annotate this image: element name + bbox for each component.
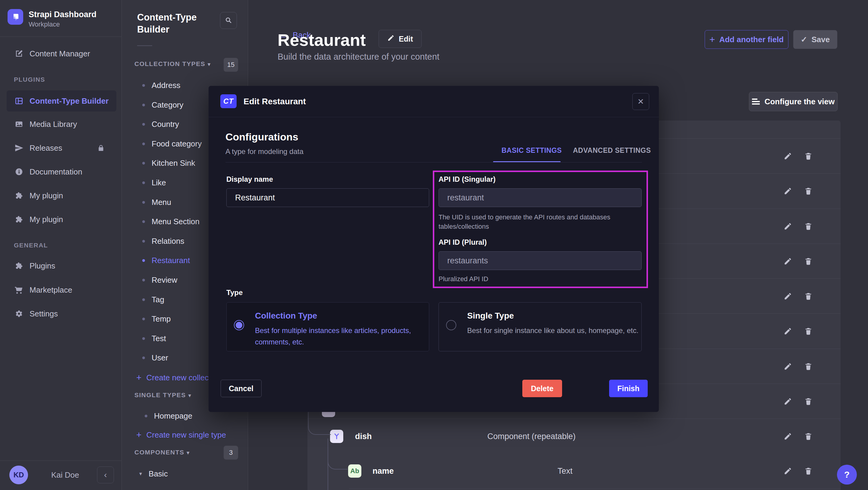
feather-pen-icon [14, 49, 24, 59]
general-section-label: GENERAL [14, 242, 48, 249]
sidebar-item-releases[interactable]: Releases [0, 138, 122, 158]
chevron-down-icon: ▾ [139, 470, 142, 477]
collection-type-title: Collection Type [255, 311, 317, 320]
sidebar-item-my-plugin-1[interactable]: My plugin [0, 186, 122, 205]
table-row-name: Ab name Text [307, 454, 841, 489]
radio-unselected[interactable] [446, 320, 456, 330]
collection-types-count: 15 [224, 58, 238, 72]
close-modal-button[interactable]: ✕ [632, 93, 649, 110]
sidebar-item-plugins[interactable]: Plugins [0, 256, 122, 275]
user-name: Kai Doe [51, 470, 79, 480]
edit-field-button[interactable] [782, 466, 793, 477]
sidebar-item-label: Content Manager [30, 49, 90, 58]
edit-field-button[interactable] [782, 186, 793, 196]
chevron-left-icon: ‹ [104, 470, 107, 480]
collapse-sidebar-button[interactable]: ‹ [97, 466, 114, 483]
configurations-heading: Configurations [225, 131, 299, 143]
edit-label: Edit [399, 35, 413, 43]
components-count: 3 [224, 446, 238, 460]
plus-icon: + [710, 34, 715, 45]
help-button[interactable]: ? [837, 465, 857, 485]
delete-field-button[interactable] [803, 291, 814, 302]
subnav-title: Content-Type Builder [137, 11, 210, 36]
delete-button[interactable]: Delete [522, 380, 562, 397]
strapi-app: ← Back Restaurant Edit Build the data ar… [0, 0, 868, 490]
components-group-label[interactable]: COMPONENTS▾ [134, 449, 190, 456]
close-icon: ✕ [638, 97, 644, 106]
api-id-singular-input[interactable]: restaurant [438, 188, 642, 207]
delete-field-button[interactable] [803, 256, 814, 267]
delete-field-button[interactable] [803, 431, 814, 442]
info-icon [14, 167, 24, 177]
edit-field-button[interactable] [782, 326, 793, 337]
puzzle-icon [14, 261, 24, 271]
api-id-plural-help: Pluralized API ID [438, 274, 488, 283]
delete-field-button[interactable] [803, 221, 814, 232]
component-type-badge [330, 430, 343, 443]
sidebar-item-label: Media Library [30, 120, 77, 129]
plugins-section-label: PLUGINS [14, 76, 45, 83]
delete-field-button[interactable] [803, 186, 814, 196]
sidebar-item-marketplace[interactable]: Marketplace [0, 280, 122, 300]
sidebar-item-settings[interactable]: Settings [0, 304, 122, 323]
collection-types-group-label[interactable]: COLLECTION TYPES▾ [134, 60, 211, 67]
type-label: Type [226, 288, 243, 297]
create-single-type-link[interactable]: + Create new single type [122, 428, 226, 442]
sidebar-item-my-plugin-2[interactable]: My plugin [0, 210, 122, 229]
sidebar-item-documentation[interactable]: Documentation [0, 162, 122, 181]
sidebar-item-content-manager[interactable]: Content Manager [0, 44, 122, 63]
edit-field-button[interactable] [782, 361, 793, 372]
delete-field-button[interactable] [803, 466, 814, 477]
divider [137, 45, 152, 46]
edit-field-button[interactable] [782, 431, 793, 442]
sidebar-item-label: Documentation [30, 167, 82, 177]
field-name: name [373, 454, 394, 489]
sidebar-item-label: Plugins [30, 261, 55, 271]
content-type-badge: CT [220, 94, 237, 108]
configure-view-label: Configure the view [765, 97, 835, 106]
app-title: Strapi Dashboard [29, 10, 96, 19]
tab-advanced-settings[interactable]: ADVANCED SETTINGS [571, 146, 653, 155]
single-types-group-label[interactable]: SINGLE TYPES▾ [134, 392, 191, 399]
sidebar-item-media-library[interactable]: Media Library [0, 115, 122, 134]
radio-selected[interactable] [234, 320, 244, 330]
check-icon: ✓ [801, 35, 807, 44]
edit-field-button[interactable] [782, 396, 793, 407]
modal-title: Edit Restaurant [244, 97, 306, 106]
display-name-input[interactable]: Restaurant [226, 188, 429, 207]
sidebar-item-content-type-builder[interactable]: Content-Type Builder [0, 91, 122, 111]
strapi-logo[interactable] [7, 9, 23, 25]
single-type-option[interactable]: Single Type Best for single instance lik… [438, 302, 642, 351]
edit-field-button[interactable] [782, 291, 793, 302]
save-button[interactable]: ✓ Save [793, 30, 837, 49]
subnav-group-basic[interactable]: ▾ Basic [122, 464, 248, 483]
edit-button[interactable]: Edit [378, 30, 422, 48]
pencil-icon [387, 34, 395, 43]
delete-field-button[interactable] [803, 361, 814, 372]
sidebar-item-label: My plugin [30, 215, 63, 224]
sidebar-item-label: Settings [30, 309, 58, 318]
user-avatar[interactable]: KD [9, 466, 28, 484]
delete-field-button[interactable] [803, 151, 814, 161]
edit-field-button[interactable] [782, 221, 793, 232]
field-name: dish [355, 419, 372, 454]
edit-field-button[interactable] [782, 256, 793, 267]
api-id-plural-input[interactable]: restaurants [438, 251, 642, 270]
delete-field-button[interactable] [803, 396, 814, 407]
tree-connector [328, 447, 347, 469]
tab-basic-settings[interactable]: BASIC SETTINGS [500, 146, 564, 155]
cancel-button[interactable]: Cancel [221, 380, 261, 397]
configure-view-button[interactable]: Configure the view [749, 92, 838, 111]
paper-plane-icon [14, 143, 24, 153]
edit-field-button[interactable] [782, 151, 793, 161]
divider [0, 36, 122, 37]
api-id-singular-label: API ID (Singular) [438, 175, 495, 184]
page-subtitle: Build the data architecture of your cont… [278, 52, 439, 62]
finish-button[interactable]: Finish [609, 380, 648, 397]
add-another-field-button[interactable]: + Add another field [705, 30, 788, 49]
collection-type-option[interactable]: Collection Type Best for multiple instan… [226, 302, 429, 351]
puzzle-icon [14, 214, 24, 224]
lock-icon [97, 144, 105, 153]
delete-field-button[interactable] [803, 326, 814, 337]
search-button[interactable] [220, 12, 237, 29]
